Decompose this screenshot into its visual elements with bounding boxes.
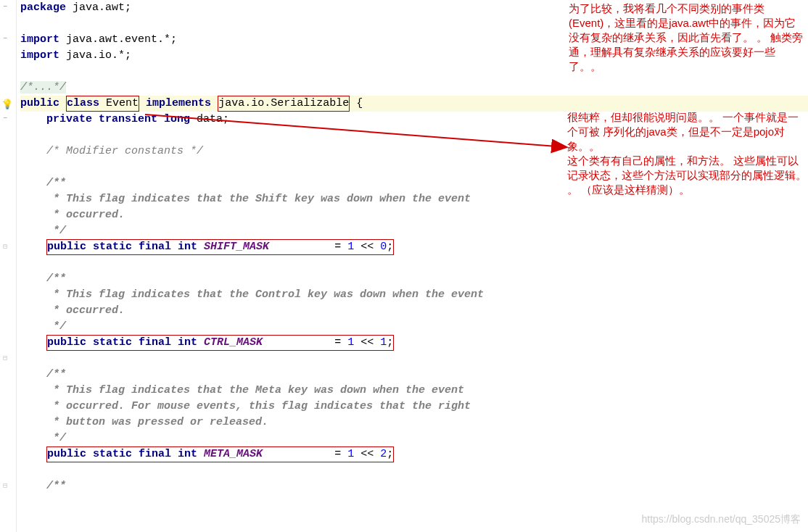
fold-marker-icon: ⊟ [3, 354, 7, 362]
keyword: import [20, 49, 59, 62]
pad [263, 448, 334, 460]
keyword: int [171, 241, 197, 253]
doc-line: */ [20, 319, 808, 335]
javadoc: * This flag indicates that the Control k… [20, 288, 484, 301]
pad [263, 336, 334, 349]
keyword: import [20, 33, 59, 46]
const-name: META_MASK [197, 448, 263, 460]
pad [269, 241, 334, 253]
indent [20, 241, 46, 253]
const-name: CTRL_MASK [197, 336, 263, 349]
number: 1 [380, 336, 387, 349]
import-stmt: java.io.*; [59, 49, 131, 62]
const-decl-box: public static final int META_MASK = 1 <<… [46, 446, 394, 462]
javadoc: /** [20, 480, 66, 492]
keyword: package [20, 1, 66, 14]
semicolon: ; [387, 336, 393, 349]
annotation-mid: 很纯粹，但却很能说明问题。。 一个事件就是一个可被 序列化的java类，但是不一… [567, 110, 807, 197]
equals: = [334, 241, 347, 253]
const-line: public static final int CTRL_MASK = 1 <<… [20, 335, 808, 351]
semicolon: ; [223, 113, 229, 125]
class-name: Event [106, 97, 139, 109]
equals: = [334, 448, 347, 460]
javadoc: * This flag indicates that the Meta key … [20, 384, 464, 396]
const-name: SHIFT_MASK [197, 241, 269, 253]
doc-line: * occurred. [20, 303, 808, 319]
bulb-icon[interactable]: 💡 [1, 99, 13, 110]
keyword: transient [92, 113, 157, 125]
javadoc: /** [20, 273, 66, 285]
blank-line [20, 462, 808, 478]
javadoc: * occurred. [20, 209, 125, 221]
field-name: data [190, 113, 223, 125]
javadoc: * This flag indicates that the Shift key… [20, 193, 471, 205]
code-editor[interactable]: package java.awt; import java.awt.event.… [16, 0, 808, 532]
const-line: public static final int META_MASK = 1 <<… [20, 446, 808, 462]
interface-box: java.io.Serializable [218, 96, 350, 112]
number: 1 [347, 336, 354, 349]
keyword: long [157, 113, 190, 125]
keyword: public [47, 241, 86, 253]
semicolon: ; [387, 448, 393, 460]
keyword: public [47, 448, 86, 460]
keyword: public [47, 336, 86, 349]
annotation-top: 为了比较，我将看几个不同类别的事件类(Event)，这里看的是java.awt中… [569, 1, 804, 74]
doc-line: /** [20, 271, 808, 287]
keyword: implements [146, 97, 211, 109]
keyword: final [132, 448, 171, 460]
fold-marker-icon: ⊟ [3, 481, 7, 490]
operator: << [354, 241, 380, 253]
javadoc: /** [20, 368, 66, 381]
fold-minus-icon[interactable]: − [3, 115, 7, 122]
keyword: private [46, 113, 92, 125]
class-keyword-box: class Event [66, 96, 139, 112]
editor-gutter: − − + 💡 − ⊟ ⊟ ⊟ [0, 0, 17, 532]
keyword: final [132, 336, 171, 349]
operator: << [354, 336, 380, 349]
class-decl-line: public class Event implements java.io.Se… [20, 96, 808, 112]
const-decl-box: public static final int CTRL_MASK = 1 <<… [46, 335, 394, 351]
javadoc: /** [20, 177, 66, 189]
operator: << [354, 448, 380, 460]
folded-doc: /*...*/ [20, 81, 66, 93]
indent [20, 113, 46, 125]
javadoc: */ [20, 225, 66, 237]
package-name: java.awt; [66, 1, 131, 14]
keyword: static [86, 448, 132, 460]
brace: { [350, 97, 363, 109]
fold-minus-icon[interactable]: − [3, 3, 7, 11]
keyword: public [20, 97, 59, 109]
javadoc: * occurred. [20, 304, 125, 317]
indent [20, 336, 46, 349]
semicolon: ; [387, 241, 393, 253]
import-stmt: java.awt.event.*; [59, 33, 177, 46]
doc-line: * This flag indicates that the Control k… [20, 287, 808, 303]
blank-line [20, 255, 808, 271]
doc-line: * This flag indicates that the Meta key … [20, 383, 808, 399]
keyword: static [86, 336, 132, 349]
const-decl-box: public static final int SHIFT_MASK = 1 <… [46, 239, 394, 255]
keyword: class [67, 97, 99, 109]
fold-marker-icon: ⊟ [3, 242, 7, 251]
javadoc: */ [20, 432, 66, 444]
doc-line: */ [20, 223, 808, 239]
doc-line: */ [20, 431, 808, 446]
doc-line: * occurred. For mouse events, this flag … [20, 399, 808, 415]
fold-minus-icon[interactable]: − [3, 35, 7, 43]
block-comment: /* Modifier constants */ [20, 145, 203, 157]
doc-line: /** [20, 367, 808, 383]
keyword: static [86, 241, 132, 253]
keyword: int [171, 336, 197, 349]
javadoc: */ [20, 320, 66, 333]
equals: = [334, 336, 347, 349]
blank-line [20, 351, 808, 367]
folded-comment-line[interactable]: /*...*/ [20, 80, 808, 96]
number: 1 [347, 448, 354, 460]
const-line: public static final int SHIFT_MASK = 1 <… [20, 239, 808, 255]
doc-line: /** [20, 478, 808, 494]
number: 1 [347, 241, 354, 253]
interface-name: java.io.Serializable [218, 97, 349, 109]
keyword: int [171, 448, 197, 460]
number: 0 [380, 241, 387, 253]
number: 2 [380, 448, 387, 460]
